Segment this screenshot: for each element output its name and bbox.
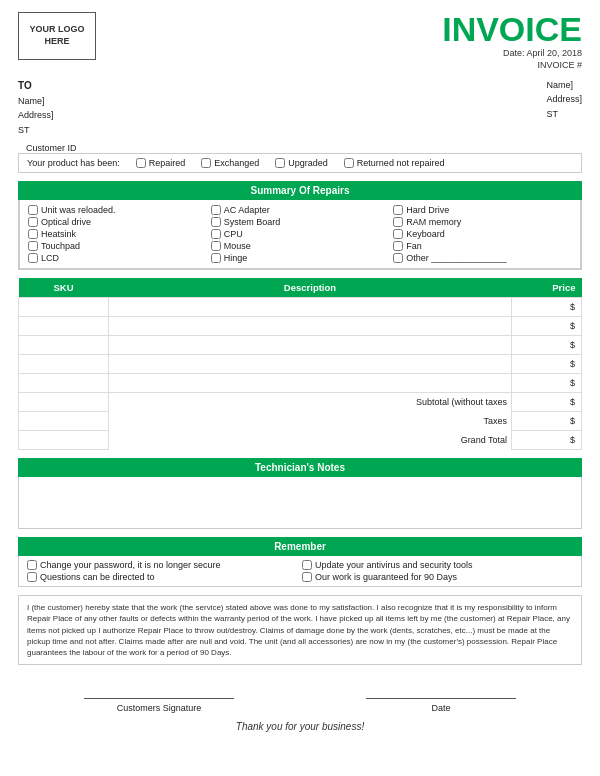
desc-col-header: Description	[109, 278, 512, 298]
header-section: YOUR LOGO HERE INVOICE Date: April 20, 2…	[18, 12, 582, 70]
table-row: $	[19, 317, 582, 336]
table-row: $	[19, 336, 582, 355]
grand-total-row: Grand Total $	[19, 431, 582, 450]
price-cell: $	[512, 355, 582, 374]
repair-item-hinge[interactable]: Hinge	[211, 253, 390, 263]
subtotal-value: $	[512, 393, 582, 412]
sku-cell	[19, 374, 109, 393]
disclaimer-block: I (the customer) hereby state that the w…	[18, 595, 582, 665]
billing-left: TO Name] Address] ST	[18, 78, 54, 137]
billing-state-right: ST	[546, 107, 582, 121]
remember-header: Remember	[18, 537, 582, 556]
table-row: $	[19, 298, 582, 317]
repair-item-optical[interactable]: Optical drive	[28, 217, 207, 227]
repair-item-mouse[interactable]: Mouse	[211, 241, 390, 251]
taxes-label: Taxes	[109, 412, 512, 431]
checkbox-upgraded[interactable]	[275, 158, 285, 168]
status-exchanged[interactable]: Exchanged	[201, 158, 259, 168]
grand-total-value: $	[512, 431, 582, 450]
status-returned[interactable]: Returned not repaired	[344, 158, 445, 168]
checkbox-returned[interactable]	[344, 158, 354, 168]
billing-right: Name] Address] ST	[546, 78, 582, 137]
price-cell: $	[512, 336, 582, 355]
taxes-empty1	[19, 412, 109, 431]
billing-name-left: Name]	[18, 94, 54, 108]
invoice-number: INVOICE #	[442, 60, 582, 70]
desc-cell	[109, 298, 512, 317]
subtotal-empty1	[19, 393, 109, 412]
sku-table: SKU Description Price $ $ $ $ $	[18, 278, 582, 450]
desc-cell	[109, 374, 512, 393]
date-signature-label: Date	[431, 703, 450, 713]
summary-header: Summary Of Repairs	[18, 181, 582, 200]
taxes-row: Taxes $	[19, 412, 582, 431]
remember-item-guarantee[interactable]: Our work is guaranteed for 90 Days	[302, 572, 573, 582]
table-row: $	[19, 355, 582, 374]
repair-item-sb[interactable]: System Board	[211, 217, 390, 227]
repair-item-kb[interactable]: Keyboard	[393, 229, 572, 239]
sku-cell	[19, 336, 109, 355]
grand-empty1	[19, 431, 109, 450]
summary-section: Summary Of Repairs Unit was reloaded. AC…	[18, 181, 582, 270]
remember-grid: Change your password, it is no longer se…	[18, 556, 582, 587]
notes-header: Technician's Notes	[18, 458, 582, 477]
status-upgraded[interactable]: Upgraded	[275, 158, 328, 168]
remember-item-questions[interactable]: Questions can be directed to	[27, 572, 298, 582]
notes-body[interactable]	[18, 477, 582, 529]
repair-item-fan[interactable]: Fan	[393, 241, 572, 251]
status-repaired[interactable]: Repaired	[136, 158, 186, 168]
signature-section: Customers Signature Date	[18, 679, 582, 713]
remember-item-antivirus[interactable]: Update your antivirus and security tools	[302, 560, 573, 570]
remember-section: Remember Change your password, it is no …	[18, 537, 582, 587]
desc-cell	[109, 336, 512, 355]
price-cell: $	[512, 374, 582, 393]
desc-cell	[109, 355, 512, 374]
repair-item-heat[interactable]: Heatsink	[28, 229, 207, 239]
repair-item-cpu[interactable]: CPU	[211, 229, 390, 239]
price-cell: $	[512, 317, 582, 336]
remember-item-password[interactable]: Change your password, it is no longer se…	[27, 560, 298, 570]
product-status-bar: Your product has been: Repaired Exchange…	[18, 153, 582, 173]
customer-signature-line	[84, 679, 234, 699]
customer-signature-block: Customers Signature	[84, 679, 234, 713]
desc-cell	[109, 317, 512, 336]
repair-item-touch[interactable]: Touchpad	[28, 241, 207, 251]
logo-box: YOUR LOGO HERE	[18, 12, 96, 60]
table-row: $	[19, 374, 582, 393]
customer-id: Customer ID	[26, 143, 582, 153]
repair-item-lcd[interactable]: LCD	[28, 253, 207, 263]
grand-total-label: Grand Total	[109, 431, 512, 450]
repair-item-hd[interactable]: Hard Drive	[393, 205, 572, 215]
product-status-label: Your product has been:	[27, 158, 120, 168]
disclaimer-text: I (the customer) hereby state that the w…	[27, 603, 570, 657]
date-signature-block: Date	[366, 679, 516, 713]
date-signature-line	[366, 679, 516, 699]
invoice-title-block: INVOICE Date: April 20, 2018 INVOICE #	[442, 12, 582, 70]
sku-col-header: SKU	[19, 278, 109, 298]
to-label: TO	[18, 78, 54, 94]
repair-item-ram[interactable]: RAM memory	[393, 217, 572, 227]
sku-cell	[19, 355, 109, 374]
price-cell: $	[512, 298, 582, 317]
repairs-grid: Unit was reloaded. AC Adapter Hard Drive…	[19, 200, 581, 269]
customer-signature-label: Customers Signature	[117, 703, 202, 713]
checkbox-exchanged[interactable]	[201, 158, 211, 168]
price-col-header: Price	[512, 278, 582, 298]
sku-cell	[19, 298, 109, 317]
repairs-wrapper: Unit was reloaded. AC Adapter Hard Drive…	[18, 200, 582, 270]
repair-item-1[interactable]: Unit was reloaded.	[28, 205, 207, 215]
subtotal-label: Subtotal (without taxes	[109, 393, 512, 412]
logo-text: YOUR LOGO HERE	[29, 24, 84, 47]
billing-address-left: Address]	[18, 108, 54, 122]
notes-section: Technician's Notes	[18, 458, 582, 529]
exchanged-label: Exchanged	[214, 158, 259, 168]
repair-item-other[interactable]: Other _______________	[393, 253, 572, 263]
invoice-title: INVOICE	[442, 12, 582, 46]
sku-cell	[19, 317, 109, 336]
checkbox-repaired[interactable]	[136, 158, 146, 168]
returned-label: Returned not repaired	[357, 158, 445, 168]
taxes-value: $	[512, 412, 582, 431]
repair-item-ac[interactable]: AC Adapter	[211, 205, 390, 215]
subtotal-row: Subtotal (without taxes $	[19, 393, 582, 412]
billing-address-right: Address]	[546, 92, 582, 106]
